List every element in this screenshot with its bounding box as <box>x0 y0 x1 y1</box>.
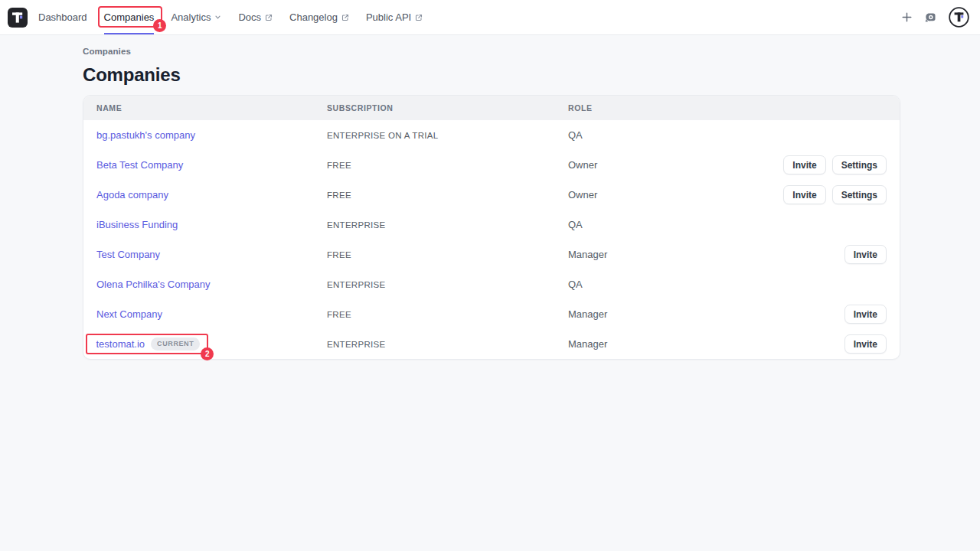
subscription-value: FREE <box>327 310 351 319</box>
row-actions: Invite <box>844 245 900 264</box>
top-navigation-bar: DashboardCompanies1AnalyticsDocsChangelo… <box>0 0 980 35</box>
table-row: iBusiness FundingENTERPRISEQA <box>83 210 900 240</box>
subscription-value: ENTERPRISE <box>327 220 386 230</box>
companies-table: NAMESUBSCRIPTIONROLE bg.pastukh's compan… <box>83 95 900 360</box>
role-cell: Manager <box>568 308 844 320</box>
annotation-step-2-badge: 2 <box>201 347 214 360</box>
subscription-cell: ENTERPRISE ON A TRIAL <box>327 131 568 140</box>
row-actions: Invite <box>844 334 900 354</box>
nav-item-label: Dashboard <box>38 11 87 23</box>
table-row: testomat.ioCURRENT2ENTERPRISEManagerInvi… <box>83 329 900 359</box>
external-link-icon <box>415 14 423 21</box>
nav-item-label: Changelog <box>289 11 338 23</box>
table-row: Beta Test CompanyFREEOwnerInviteSettings <box>83 150 900 180</box>
plus-icon[interactable] <box>902 12 912 22</box>
table-row: Next CompanyFREEManagerInvite <box>83 299 900 329</box>
table-row: Agoda companyFREEOwnerInviteSettings <box>83 180 900 210</box>
name-cell: Test Company <box>83 249 327 260</box>
nav-item-analytics[interactable]: Analytics <box>162 0 230 34</box>
company-link-test-company[interactable]: Test Company <box>96 249 160 260</box>
name-cell: Agoda company <box>83 189 327 201</box>
name-cell: bg.pastukh's company <box>83 129 327 141</box>
subscription-value: ENTERPRISE ON A TRIAL <box>327 131 438 140</box>
role-cell: Manager <box>568 249 844 260</box>
table-row: Olena Pchilka's CompanyENTERPRISEQA <box>83 269 900 299</box>
role-value: QA <box>568 219 583 230</box>
annotation-step-2-box: testomat.ioCURRENT2 <box>86 334 209 354</box>
user-avatar[interactable] <box>949 7 969 28</box>
company-link-olena-pchilka-s-company[interactable]: Olena Pchilka's Company <box>96 279 210 290</box>
nav-item-public-api[interactable]: Public API <box>358 0 431 34</box>
testomat-logo-icon <box>8 8 28 28</box>
nav-item-docs[interactable]: Docs <box>230 0 281 34</box>
nav-item-changelog[interactable]: Changelog <box>281 0 358 34</box>
role-cell: Owner <box>568 159 783 171</box>
role-cell: QA <box>568 279 887 290</box>
role-cell: QA <box>568 219 887 230</box>
whats-new-icon[interactable] <box>924 11 936 24</box>
role-cell: Owner <box>568 189 783 201</box>
role-value: Manager <box>568 338 607 350</box>
column-header-subscription: SUBSCRIPTION <box>327 103 568 112</box>
page-title: Companies <box>83 64 900 86</box>
nav-item-label: Docs <box>238 11 261 23</box>
invite-button[interactable]: Invite <box>783 155 825 174</box>
invite-button[interactable]: Invite <box>844 334 887 354</box>
row-actions: InviteSettings <box>783 185 900 204</box>
nav-item-label: Companies <box>104 11 155 23</box>
table-row: bg.pastukh's companyENTERPRISE ON A TRIA… <box>83 120 900 150</box>
subscription-cell: ENTERPRISE <box>327 220 568 230</box>
table-header-row: NAMESUBSCRIPTIONROLE <box>83 96 900 120</box>
subscription-cell: FREE <box>327 310 568 319</box>
main-nav: DashboardCompanies1AnalyticsDocsChangelo… <box>30 0 431 34</box>
company-link-testomat-io[interactable]: testomat.io <box>96 338 145 350</box>
settings-button[interactable]: Settings <box>832 185 887 204</box>
company-link-ibusiness-funding[interactable]: iBusiness Funding <box>96 219 178 230</box>
role-value: QA <box>568 279 583 290</box>
role-value: Owner <box>568 159 597 171</box>
subscription-cell: ENTERPRISE <box>327 340 568 349</box>
invite-button[interactable]: Invite <box>844 305 887 324</box>
column-header-name: NAME <box>83 103 327 112</box>
topbar-right <box>902 7 969 28</box>
name-cell: iBusiness Funding <box>83 219 327 230</box>
role-value: Manager <box>568 249 607 260</box>
role-value: QA <box>568 129 583 141</box>
column-header-role: ROLE <box>568 103 900 112</box>
nav-item-dashboard[interactable]: Dashboard <box>30 0 96 34</box>
table-body: bg.pastukh's companyENTERPRISE ON A TRIA… <box>83 120 900 359</box>
table-row: Test CompanyFREEManagerInvite <box>83 240 900 269</box>
active-tab-indicator <box>104 33 155 35</box>
invite-button[interactable]: Invite <box>844 245 887 264</box>
subscription-cell: FREE <box>327 161 568 170</box>
subscription-value: ENTERPRISE <box>327 280 386 289</box>
company-link-agoda-company[interactable]: Agoda company <box>96 189 168 201</box>
app-logo[interactable] <box>8 8 28 28</box>
nav-item-label: Analytics <box>171 11 211 23</box>
role-value: Owner <box>568 189 597 201</box>
subscription-value: FREE <box>327 161 351 170</box>
role-cell: QA <box>568 129 887 141</box>
settings-button[interactable]: Settings <box>832 155 887 174</box>
company-link-next-company[interactable]: Next Company <box>96 308 162 320</box>
name-cell: Beta Test Company <box>83 159 327 171</box>
name-cell: testomat.ioCURRENT2 <box>83 334 327 354</box>
role-cell: Manager <box>568 338 844 350</box>
role-value: Manager <box>568 308 607 320</box>
subscription-cell: FREE <box>327 250 568 259</box>
name-cell: Next Company <box>83 308 327 320</box>
row-actions: InviteSettings <box>783 155 900 174</box>
subscription-value: FREE <box>327 250 351 259</box>
page-content: Companies Companies NAMESUBSCRIPTIONROLE… <box>0 35 980 360</box>
row-actions: Invite <box>844 305 900 324</box>
company-link-beta-test-company[interactable]: Beta Test Company <box>96 159 183 171</box>
external-link-icon <box>265 14 273 21</box>
name-cell: Olena Pchilka's Company <box>83 279 327 290</box>
nav-item-label: Public API <box>366 11 411 23</box>
subscription-cell: FREE <box>327 191 568 200</box>
subscription-value: FREE <box>327 191 351 200</box>
invite-button[interactable]: Invite <box>783 185 825 204</box>
subscription-value: ENTERPRISE <box>327 340 386 349</box>
company-link-bg-pastukh-s-company[interactable]: bg.pastukh's company <box>96 129 195 141</box>
nav-item-companies[interactable]: Companies1 <box>96 0 163 34</box>
